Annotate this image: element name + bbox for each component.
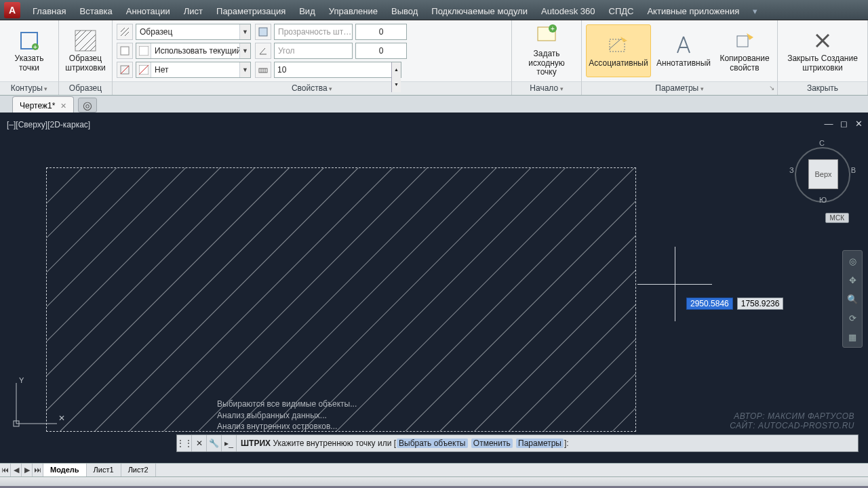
menu-item[interactable]: Autodesk 360 [534, 2, 602, 20]
cmdline-prompt-icon: ▸_ [222, 435, 237, 451]
pick-points-button[interactable]: + Указать точки [4, 24, 54, 77]
viewcube-south[interactable]: Ю [819, 196, 827, 204]
viewcube-face[interactable]: Верх [808, 159, 838, 189]
document-tab[interactable]: Чертеж1* ✕ [12, 96, 74, 113]
app-icon[interactable]: A [4, 2, 20, 18]
menu-item[interactable]: Вид [292, 2, 322, 20]
panel-origin: + Задать исходную точку Начало [512, 20, 582, 95]
svg-line-6 [75, 30, 81, 36]
dynamic-input[interactable]: 2950.5846 1758.9236 [686, 298, 783, 310]
cmdline-options-icon[interactable]: 🔧 [207, 435, 222, 451]
hatch-pattern-swatch[interactable]: Образец штриховки [63, 24, 108, 77]
command-line[interactable]: ⋮⋮ ✕ 🔧 ▸_ ШТРИХ Укажите внутреннюю точку… [176, 434, 859, 452]
command-name: ШТРИХ [241, 439, 271, 448]
panel-contours: + Указать точки Контуры [0, 20, 59, 95]
hatch-color-combo[interactable]: Использовать текущий ▼ [136, 43, 251, 59]
log-line: Анализ выбранных данных... [217, 410, 357, 421]
menu-item[interactable]: Лист [177, 2, 210, 20]
layout-last-icon[interactable]: ⏭ [33, 464, 43, 476]
menu-item[interactable]: Главная [26, 2, 73, 20]
annotative-button[interactable]: Аннотативный [655, 24, 712, 77]
close-tab-icon[interactable]: ✕ [60, 102, 66, 110]
svg-line-16 [121, 66, 129, 74]
close-viewport-icon[interactable]: ✕ [853, 119, 864, 129]
layout-tab-model[interactable]: Модель [43, 464, 87, 476]
hatch-swatch-icon [74, 29, 97, 52]
view-cube[interactable]: С Верх З В Ю [792, 134, 853, 201]
coord-y[interactable]: 1758.9236 [737, 298, 784, 310]
hatch-color-text: Использовать текущий [151, 46, 239, 56]
ribbon: + Указать точки Контуры Образец штриховк… [0, 20, 868, 96]
scale-icon[interactable] [255, 62, 271, 78]
cmd-option[interactable]: Выбрать объекты [397, 439, 468, 448]
spinner[interactable]: ▲▼ [391, 62, 401, 77]
layout-tab[interactable]: Лист2 [121, 464, 156, 476]
maximize-icon[interactable]: ◻ [838, 119, 849, 129]
viewcube-west[interactable]: З [789, 166, 794, 174]
minimize-icon[interactable]: — [823, 119, 834, 129]
menu-dropdown-icon[interactable]: ▾ [746, 2, 764, 20]
cmdline-close-icon[interactable]: ✕ [192, 435, 207, 451]
transparency-label: Прозрачность шт… [274, 24, 353, 40]
chevron-down-icon: ▼ [239, 24, 250, 39]
viewcube-east[interactable]: В [851, 166, 856, 174]
transparency-value[interactable]: 0 [355, 24, 407, 40]
wcs-badge[interactable]: МСК [825, 213, 849, 223]
menu-item[interactable]: Вставка [73, 2, 119, 20]
document-tabs: Чертеж1* ✕ ◎ [0, 96, 868, 115]
transparency-icon[interactable] [255, 24, 271, 40]
panel-title-origin[interactable]: Начало [512, 81, 581, 95]
svg-line-12 [125, 32, 129, 36]
svg-line-30 [610, 39, 620, 49]
associative-button[interactable]: Ассоциативный [586, 24, 651, 77]
new-tab-button[interactable]: ◎ [78, 98, 97, 113]
svg-line-11 [121, 28, 125, 32]
scale-value[interactable]: 10▲▼ [274, 62, 401, 78]
drawing-canvas[interactable]: [–][Сверху][2D-каркас] — ◻ ✕ 2950.5846 1… [0, 115, 868, 463]
panel-title-options[interactable]: Параметры↘ [582, 81, 777, 95]
bg-color-icon[interactable] [117, 62, 133, 78]
crosshair-cursor [637, 247, 712, 321]
menu-item[interactable]: Активные приложения [640, 2, 746, 20]
viewport-label[interactable]: [–][Сверху][2D-каркас] [7, 120, 90, 129]
menu-item[interactable]: Подключаемые модули [425, 2, 534, 20]
nav-orbit-icon[interactable]: ⟳ [845, 310, 860, 325]
panel-title-properties[interactable]: Свойства [113, 81, 511, 95]
viewcube-north[interactable]: С [819, 139, 825, 147]
set-origin-button[interactable]: + Задать исходную точку [516, 24, 577, 77]
color-picker-icon[interactable] [117, 43, 133, 59]
dialog-launcher-icon[interactable]: ↘ [769, 84, 774, 92]
hatch-type-icon[interactable] [117, 24, 133, 40]
nav-wheel-icon[interactable]: ◎ [845, 253, 860, 268]
angle-icon[interactable] [255, 43, 271, 59]
layout-tab[interactable]: Лист1 [87, 464, 121, 476]
watermark: АВТОР: МАКСИМ ФАРТУСОВ САЙТ: AUTOCAD-PRO… [730, 411, 854, 430]
layout-next-icon[interactable]: ▶ [22, 464, 33, 476]
angle-value[interactable]: 0 [355, 43, 407, 59]
menu-item[interactable]: СПДС [602, 2, 641, 20]
svg-line-9 [90, 45, 96, 51]
nav-zoom-icon[interactable]: 🔍 [845, 291, 860, 306]
bg-color-combo[interactable]: Нет ▼ [136, 62, 251, 78]
coord-x[interactable]: 2950.5846 [686, 298, 733, 310]
match-properties-button[interactable]: Копирование свойств [716, 24, 773, 77]
panel-title-contours[interactable]: Контуры [0, 81, 58, 95]
layout-first-icon[interactable]: ⏮ [0, 464, 11, 476]
menu-item[interactable]: Параметризация [210, 2, 292, 20]
close-hatch-button[interactable]: Закрыть Создание штриховки [782, 24, 863, 77]
cmd-option[interactable]: Отменить [471, 439, 513, 448]
nav-showmotion-icon[interactable]: ▦ [845, 329, 860, 344]
pattern-name-combo[interactable]: Образец ▼ [136, 24, 251, 40]
match-label: Копирование свойств [718, 54, 771, 73]
layout-prev-icon[interactable]: ◀ [11, 464, 22, 476]
chevron-down-icon: ▼ [239, 62, 250, 77]
menu-item[interactable]: Управление [322, 2, 384, 20]
menu-item[interactable]: Аннотации [119, 2, 177, 20]
close-label: Закрыть Создание штриховки [784, 54, 861, 73]
panel-title-pattern[interactable]: Образец [59, 81, 112, 95]
menu-item[interactable]: Вывод [384, 2, 425, 20]
pattern-name-text: Образец [136, 27, 239, 37]
nav-pan-icon[interactable]: ✥ [845, 272, 860, 287]
cmd-option[interactable]: Параметры [516, 439, 564, 448]
cmdline-grip-icon[interactable]: ⋮⋮ [177, 435, 192, 451]
